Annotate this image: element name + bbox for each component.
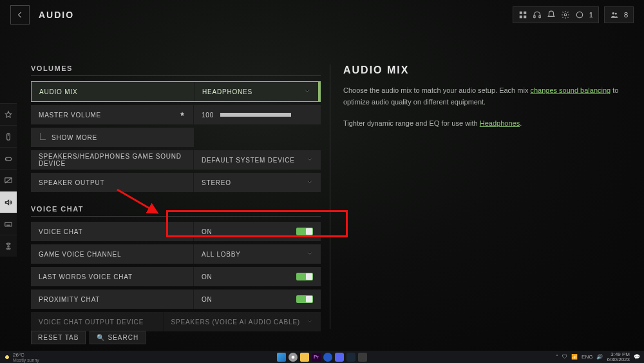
voice-chat-label: VOICE CHAT <box>31 222 194 241</box>
voice-chat-rows: VOICE CHAT ON GAME VOICE CHANNEL ALL LOB… <box>31 222 321 331</box>
info-panel: AUDIO MIX Choose the audio mix to match … <box>339 64 630 329</box>
voice-chat-value: ON <box>202 228 213 235</box>
premiere-icon[interactable]: Pr <box>312 353 321 362</box>
last-words-toggle[interactable] <box>296 273 313 280</box>
windows-taskbar[interactable]: 26°C Mostly sunny Pr ˄ 🛡 📶 ENG 🔊 3:49 PM… <box>0 351 644 363</box>
steam-icon[interactable] <box>346 353 355 362</box>
svg-rect-1 <box>524 11 526 14</box>
info-link-headphones[interactable]: Headphones <box>480 119 520 127</box>
game-sound-device-value: DEFAULT SYSTEM DEVICE <box>202 157 295 164</box>
row-last-words[interactable]: LAST WORDS VOICE CHAT ON <box>31 267 321 286</box>
section-voice-chat: VOICE CHAT <box>31 205 321 218</box>
content: VOLUMES AUDIO MIX HEADPHONES MASTER VOLU… <box>31 64 630 329</box>
proximity-toggle[interactable] <box>296 295 313 303</box>
svg-point-8 <box>612 12 614 14</box>
voice-chat-toggle[interactable] <box>296 228 313 235</box>
vnav-display[interactable] <box>0 169 17 191</box>
row-show-more[interactable]: SHOW MORE <box>31 128 194 147</box>
voice-output-label: VOICE CHAT OUTPUT DEVICE <box>31 312 164 331</box>
party-icon <box>610 10 619 19</box>
rank-emblem-icon <box>575 10 584 19</box>
svg-point-9 <box>615 12 617 14</box>
row-game-voice-channel[interactable]: GAME VOICE CHANNEL ALL LOBBY <box>31 244 321 264</box>
top-right-controls: 1 8 <box>513 6 634 23</box>
voice-chat-header: VOICE CHAT <box>31 205 321 213</box>
vnav-controller[interactable] <box>0 147 17 169</box>
vnav-star[interactable] <box>0 103 17 125</box>
chevron-down-icon <box>307 250 313 258</box>
headphones-icon <box>533 10 542 19</box>
row-audio-mix[interactable]: AUDIO MIX HEADPHONES <box>31 81 321 102</box>
column-divider <box>330 64 330 329</box>
row-game-sound-device[interactable]: SPEAKERS/HEADPHONES GAME SOUND DEVICE DE… <box>31 150 321 170</box>
info-link-sound-balancing[interactable]: changes sound balancing <box>530 86 611 94</box>
tray-notifications-icon[interactable]: 💬 <box>634 354 640 360</box>
gear-icon <box>561 10 570 19</box>
audio-mix-label: AUDIO MIX <box>32 82 194 101</box>
svg-rect-5 <box>539 15 540 18</box>
svg-rect-12 <box>5 157 11 161</box>
row-master-volume[interactable]: MASTER VOLUME 100 <box>31 105 321 124</box>
row-voice-output[interactable]: VOICE CHAT OUTPUT DEVICE SPEAKERS (VOICE… <box>31 312 321 331</box>
search-button[interactable]: 🔍SEARCH <box>90 331 146 344</box>
info-title: AUDIO MIX <box>343 64 630 76</box>
tray-wifi-icon[interactable]: 🔊 <box>596 354 603 360</box>
svg-point-19 <box>8 245 9 246</box>
bell-icon <box>547 10 556 19</box>
party-chip[interactable]: 8 <box>604 6 634 23</box>
taskbar-weather[interactable]: 26°C Mostly sunny <box>4 352 39 362</box>
star-icon <box>179 111 185 119</box>
volumes-rows: AUDIO MIX HEADPHONES MASTER VOLUME 100 <box>31 81 321 192</box>
section-volumes: VOLUMES <box>31 64 321 77</box>
page-title: AUDIO <box>39 10 74 20</box>
explorer-icon[interactable] <box>300 353 309 362</box>
chevron-down-icon <box>307 179 313 186</box>
game-voice-channel-value: ALL LOBBY <box>202 251 241 258</box>
taskbar-tray[interactable]: ˄ 🛡 📶 ENG 🔊 3:49 PM 6/30/2023 💬 <box>556 352 640 362</box>
top-bar: AUDIO 1 8 <box>0 0 644 29</box>
start-icon[interactable] <box>277 353 286 362</box>
back-button[interactable] <box>10 5 30 25</box>
audio-mix-value: HEADPHONES <box>202 88 252 95</box>
vnav-network[interactable] <box>0 235 17 257</box>
last-words-value: ON <box>202 273 213 280</box>
settings-list: VOLUMES AUDIO MIX HEADPHONES MASTER VOLU… <box>31 64 321 329</box>
notif-count: 1 <box>589 11 593 19</box>
show-more-label: SHOW MORE <box>31 128 194 147</box>
row-speaker-output[interactable]: SPEAKER OUTPUT STEREO <box>31 173 321 192</box>
vertical-nav <box>0 103 17 257</box>
row-voice-chat[interactable]: VOICE CHAT ON <box>31 222 321 241</box>
game-icon[interactable] <box>358 353 367 362</box>
svg-rect-4 <box>534 15 535 18</box>
weather-temp: 26°C <box>13 352 39 358</box>
vnav-mouse[interactable] <box>0 125 17 147</box>
tray-chevron-icon[interactable]: ˄ <box>556 354 558 360</box>
reset-tab-button[interactable]: RESET TAB <box>31 331 86 344</box>
app-icon-blue[interactable] <box>323 353 332 362</box>
top-icons-group[interactable]: 1 <box>513 6 599 23</box>
chevron-down-icon <box>304 88 310 95</box>
row-proximity[interactable]: PROXIMITY CHAT ON <box>31 289 321 309</box>
tray-icon[interactable]: 🛡 <box>562 354 567 360</box>
svg-rect-17 <box>5 222 12 226</box>
info-body: Choose the audio mix to match your audio… <box>343 85 630 130</box>
discord-icon[interactable] <box>335 353 344 362</box>
chevron-down-icon <box>307 318 313 326</box>
tray-lang[interactable]: ENG <box>582 354 592 360</box>
svg-rect-0 <box>520 11 522 14</box>
tray-icon[interactable]: 📶 <box>571 354 578 360</box>
svg-rect-2 <box>520 15 522 18</box>
weather-cond: Mostly sunny <box>13 358 39 362</box>
game-screen: AUDIO 1 8 VOLUME <box>0 0 644 351</box>
taskbar-apps: Pr <box>277 353 367 362</box>
bottom-buttons: RESET TAB 🔍SEARCH <box>31 331 146 344</box>
vnav-keyboard[interactable] <box>0 213 17 235</box>
taskbar-clock[interactable]: 3:49 PM 6/30/2023 <box>607 352 630 362</box>
svg-rect-3 <box>524 15 526 18</box>
weather-icon <box>4 354 10 360</box>
speaker-output-label: SPEAKER OUTPUT <box>31 173 194 192</box>
volume-slider[interactable] <box>220 113 291 117</box>
chrome-icon[interactable] <box>289 353 298 362</box>
vnav-audio[interactable] <box>0 191 17 213</box>
voice-output-value: SPEAKERS (VOICE AI AUDIO CABLE) <box>171 319 300 326</box>
